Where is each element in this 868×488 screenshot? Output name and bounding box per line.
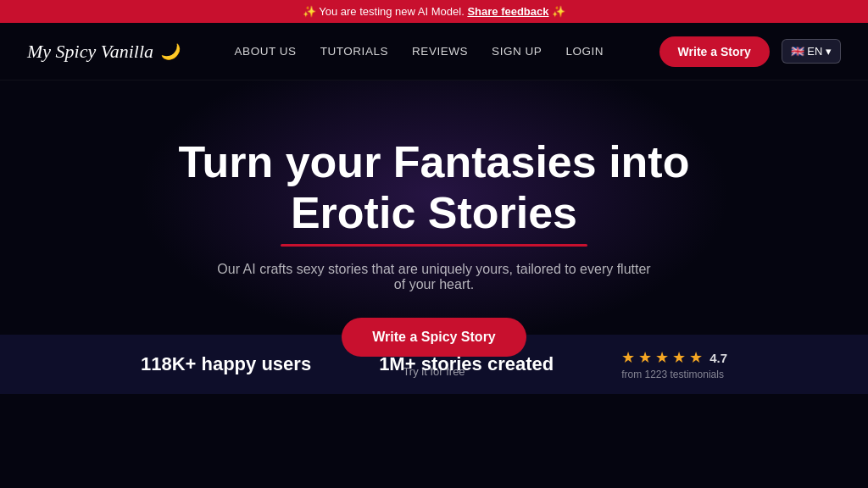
star-half: ★ (689, 348, 703, 367)
hero-subtitle: Our AI crafts sexy stories that are uniq… (214, 262, 654, 292)
nav-about[interactable]: ABOUT US (235, 45, 297, 58)
top-banner: ✨ You are testing new AI Model. Share fe… (0, 0, 868, 23)
logo-text: My Spicy Vanilla (27, 41, 153, 63)
hero-title-line2: Erotic Stories (179, 188, 690, 247)
banner-text: ✨ You are testing new AI Model. (303, 5, 465, 18)
hero-title: Turn your Fantasies into Erotic Stories (179, 137, 690, 247)
nav-login[interactable]: LOGIN (565, 45, 604, 58)
star-4: ★ (672, 348, 686, 367)
banner-suffix: ✨ (552, 5, 565, 18)
star-3: ★ (655, 348, 669, 367)
navbar: My Spicy Vanilla 🌙 ABOUT US TUTORIALS RE… (0, 23, 868, 80)
stat-users: 118K+ happy users (141, 353, 311, 375)
write-story-button[interactable]: Write a Story (659, 36, 770, 67)
navbar-right: Write a Story 🇬🇧 EN ▾ (659, 36, 841, 67)
nav-tutorials[interactable]: TUTORIALS (320, 45, 388, 58)
moon-icon: 🌙 (160, 42, 179, 61)
stars-row: ★ ★ ★ ★ ★ 4.7 (621, 348, 727, 367)
stat-users-number: 118K+ happy users (141, 353, 311, 375)
hero-title-line1: Turn your Fantasies into (179, 137, 690, 188)
nav-signup[interactable]: SIGN UP (492, 45, 542, 58)
nav-links: ABOUT US TUTORIALS REVIEWS SIGN UP LOGIN (235, 45, 604, 58)
try-free-label: Try it for free (403, 365, 465, 378)
logo[interactable]: My Spicy Vanilla 🌙 (27, 41, 179, 63)
rating-value: 4.7 (709, 351, 727, 365)
write-spicy-button[interactable]: Write a Spicy Story (342, 318, 526, 357)
star-1: ★ (621, 348, 635, 367)
hero-section: Turn your Fantasies into Erotic Stories … (0, 80, 868, 394)
feedback-link[interactable]: Share feedback (467, 5, 548, 18)
rating-sub: from 1223 testimonials (621, 369, 724, 380)
star-2: ★ (638, 348, 652, 367)
rating-block: ★ ★ ★ ★ ★ 4.7 from 1223 testimonials (621, 348, 727, 380)
language-selector[interactable]: 🇬🇧 EN ▾ (782, 39, 841, 64)
nav-reviews[interactable]: REVIEWS (412, 45, 468, 58)
